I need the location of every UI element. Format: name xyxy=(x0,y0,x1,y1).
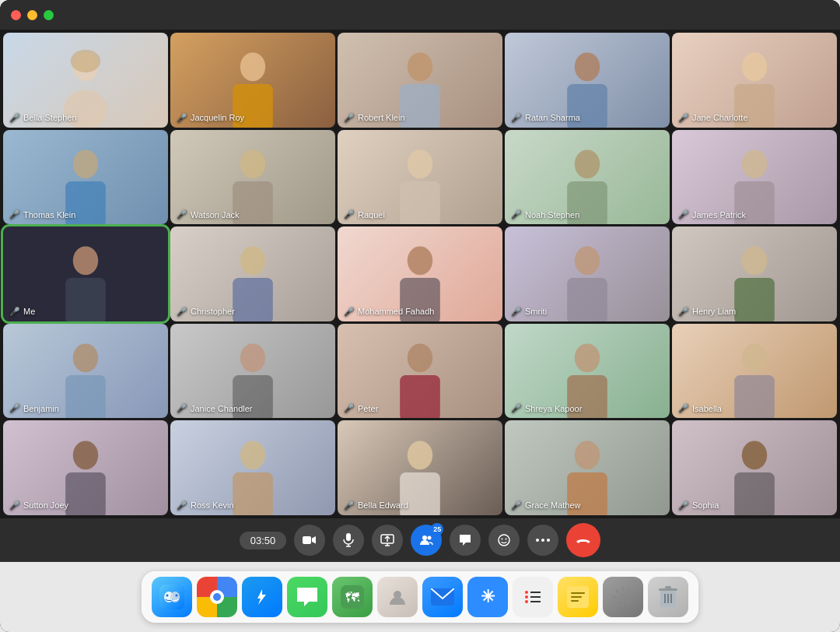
mic-icon: 🎤 xyxy=(9,500,20,511)
svg-point-59 xyxy=(502,539,503,540)
people-button[interactable]: 25 xyxy=(411,525,442,556)
mic-icon: 🎤 xyxy=(344,113,355,123)
svg-point-5 xyxy=(408,53,432,82)
svg-rect-80 xyxy=(571,592,585,594)
mic-icon: 🎤 xyxy=(344,500,355,511)
svg-point-43 xyxy=(240,441,265,469)
participant-thomas-klein[interactable]: 🎤 Thomas Klein xyxy=(3,130,168,225)
maximize-button[interactable] xyxy=(44,10,54,20)
dock-icon-appstore[interactable] xyxy=(242,577,282,617)
dock-icon-reminders[interactable] xyxy=(513,577,553,617)
participant-janice-chandler[interactable]: 🎤 Janice Chandler xyxy=(170,324,335,419)
end-call-button[interactable] xyxy=(566,523,600,557)
mic-icon: 🎤 xyxy=(9,403,20,413)
share-screen-button[interactable] xyxy=(372,525,403,556)
video-toggle-button[interactable] xyxy=(294,525,325,556)
participant-label: 🎤 Jane Charlotte xyxy=(678,113,748,123)
mic-icon: 🎤 xyxy=(678,113,689,123)
svg-rect-16 xyxy=(400,181,440,224)
participant-peter[interactable]: 🎤 Peter xyxy=(338,324,502,419)
participant-me[interactable]: 🎤 Me xyxy=(3,226,168,321)
dock-icon-maps[interactable]: 🗺 xyxy=(332,577,373,617)
svg-point-11 xyxy=(73,149,98,178)
participant-watson-jack[interactable]: 🎤 Watson Jack xyxy=(170,130,335,225)
participant-henry-liam[interactable]: 🎤 Henry Liam xyxy=(672,226,837,321)
dock-icon-finder[interactable] xyxy=(152,577,192,617)
svg-point-17 xyxy=(575,149,600,178)
svg-rect-42 xyxy=(65,472,106,515)
traffic-lights xyxy=(11,10,54,20)
svg-rect-32 xyxy=(65,375,106,418)
participant-bella-edward[interactable]: 🎤 Bella Edward xyxy=(338,420,502,515)
dock-icon-zoom[interactable]: ✳ xyxy=(467,577,508,617)
participant-label: 🎤 Bella Edward xyxy=(344,500,408,511)
dock-icon-mail[interactable] xyxy=(422,577,463,617)
svg-rect-24 xyxy=(233,278,273,321)
control-bar: 03:50 xyxy=(0,518,840,562)
mic-toggle-button[interactable] xyxy=(333,525,364,556)
mic-icon: 🎤 xyxy=(344,307,355,317)
participant-sutton-joey[interactable]: 🎤 Sutton Joey xyxy=(3,420,168,515)
dock-icon-chrome[interactable] xyxy=(197,577,237,617)
participant-label: 🎤 Isabella xyxy=(678,403,722,413)
svg-rect-82 xyxy=(571,600,579,602)
svg-point-7 xyxy=(575,53,600,82)
video-row-2: 🎤 Me 🎤 Christopher xyxy=(3,226,837,321)
participant-sophia[interactable]: 🎤 Sophia xyxy=(672,420,837,515)
participant-label: 🎤 Me xyxy=(9,307,35,317)
dock-icon-trash[interactable] xyxy=(648,577,688,617)
participant-smriti[interactable]: 🎤 Smriti xyxy=(505,226,670,321)
participant-christopher[interactable]: 🎤 Christopher xyxy=(170,226,335,321)
participant-jacquelin-roy[interactable]: 🎤 Jacquelin Roy xyxy=(170,33,335,128)
participant-jane-charlotte[interactable]: 🎤 Jane Charlotte xyxy=(672,33,837,128)
dock-icon-contacts[interactable] xyxy=(377,577,418,617)
svg-text:🗺: 🗺 xyxy=(345,590,359,606)
mic-icon: 🎤 xyxy=(678,209,689,219)
svg-point-13 xyxy=(240,149,265,178)
more-options-button[interactable] xyxy=(527,525,558,556)
participant-raquel[interactable]: 🎤 Raquel xyxy=(338,130,502,225)
mic-icon: 🎤 xyxy=(511,113,522,123)
svg-point-75 xyxy=(525,595,528,599)
dock-icon-notes[interactable] xyxy=(558,577,598,617)
participant-label: 🎤 Robert Klein xyxy=(344,113,405,123)
svg-point-9 xyxy=(742,53,767,82)
participant-label: 🎤 Benjamin xyxy=(9,403,59,413)
mic-icon: 🎤 xyxy=(177,307,187,317)
minimize-button[interactable] xyxy=(27,10,37,20)
dock-icon-settings[interactable] xyxy=(603,577,643,617)
participant-james-patrick[interactable]: 🎤 James Patrick xyxy=(672,130,837,225)
participant-label: 🎤 Thomas Klein xyxy=(9,209,75,219)
participant-bella-stephen[interactable]: 🎤 Bella Stephen xyxy=(3,33,168,128)
people-badge: 25 xyxy=(431,523,443,535)
svg-point-47 xyxy=(575,441,600,469)
dock-icon-messages[interactable] xyxy=(287,577,327,617)
participant-noah-stephen[interactable]: 🎤 Noah Stephen xyxy=(505,130,670,225)
participant-ross-kevin[interactable]: 🎤 Ross Kevin xyxy=(170,420,335,515)
participant-label: 🎤 James Patrick xyxy=(678,209,746,219)
participant-label: 🎤 Henry Liam xyxy=(678,307,736,317)
close-button[interactable] xyxy=(11,10,21,20)
svg-point-33 xyxy=(240,343,265,372)
participant-benjamin[interactable]: 🎤 Benjamin xyxy=(3,324,168,419)
svg-point-31 xyxy=(73,343,98,372)
participant-ratan-sharma[interactable]: 🎤 Ratan Sharma xyxy=(505,33,670,128)
mic-icon: 🎤 xyxy=(177,500,187,511)
participant-shreya-kapoor[interactable]: 🎤 Shreya Kapoor xyxy=(505,324,670,419)
mic-icon: 🎤 xyxy=(678,403,689,413)
reactions-button[interactable] xyxy=(488,525,520,556)
participant-grace-mathew[interactable]: 🎤 Grace Mathew xyxy=(505,420,670,515)
svg-point-63 xyxy=(547,539,550,542)
svg-rect-81 xyxy=(571,596,582,598)
participant-isabella[interactable]: 🎤 Isabella xyxy=(672,324,837,419)
chat-button[interactable] xyxy=(450,525,481,556)
svg-point-41 xyxy=(73,441,98,469)
participant-mohammed-fahadh[interactable]: 🎤 Mohammed Fahadh xyxy=(338,226,502,321)
participant-label: 🎤 Noah Stephen xyxy=(511,209,579,219)
svg-point-62 xyxy=(541,539,544,542)
participant-label: 🎤 Ross Kevin xyxy=(177,500,234,511)
svg-rect-28 xyxy=(567,278,607,321)
participant-label: 🎤 Ratan Sharma xyxy=(511,113,580,123)
svg-rect-30 xyxy=(734,278,775,321)
participant-robert-klein[interactable]: 🎤 Robert Klein xyxy=(338,33,502,128)
